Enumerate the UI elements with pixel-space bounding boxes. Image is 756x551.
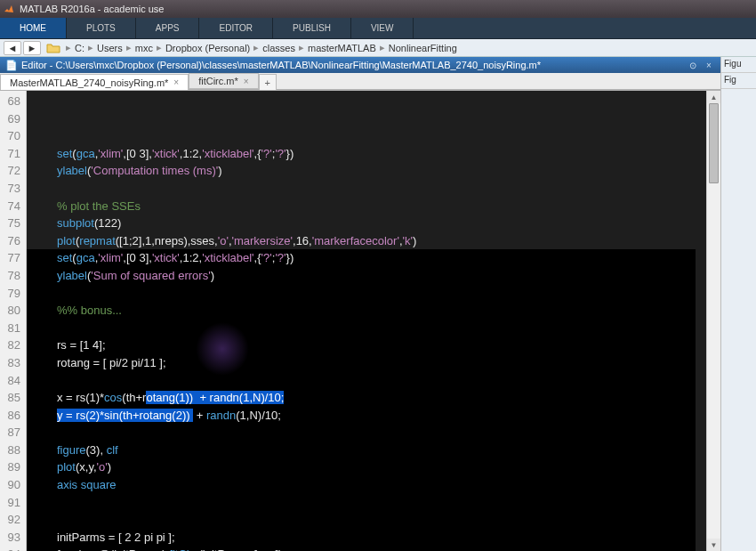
- folder-icon: [46, 42, 60, 54]
- maximize-icon: ⊙: [689, 61, 696, 70]
- toolstrip-tab-editor[interactable]: EDITOR: [199, 18, 273, 38]
- new-tab-button[interactable]: +: [259, 74, 277, 90]
- file-tab[interactable]: fitCirc.m* ×: [189, 73, 258, 89]
- scroll-down-button[interactable]: ▼: [707, 539, 720, 551]
- crumb-sep-icon: ▸: [378, 42, 387, 53]
- scroll-thumb[interactable]: [709, 103, 719, 183]
- breadcrumb[interactable]: classes: [261, 43, 297, 53]
- editor-file-tabs: MasterMATLAB_2740_noisyRing.m* × fitCirc…: [0, 73, 720, 91]
- toolstrip-tab-apps[interactable]: APPS: [136, 18, 200, 38]
- plus-icon: +: [264, 77, 269, 88]
- breadcrumb[interactable]: Dropbox (Personal): [164, 43, 252, 53]
- current-folder-bar: ◄ ► ▸ C: ▸ Users ▸ mxc ▸ Dropbox (Person…: [0, 39, 756, 57]
- breadcrumb[interactable]: masterMATLAB: [306, 43, 378, 53]
- toolstrip-tab-home[interactable]: HOME: [0, 18, 67, 38]
- arrow-right-icon: ►: [28, 43, 37, 53]
- close-icon[interactable]: ×: [244, 77, 249, 86]
- close-icon: ×: [706, 61, 712, 70]
- toolstrip-tab-view[interactable]: VIEW: [351, 18, 414, 38]
- file-tab-label: MasterMATLAB_2740_noisyRing.m*: [10, 77, 168, 88]
- arrow-down-icon: ▼: [711, 541, 718, 549]
- crumb-sep-icon: ▸: [125, 42, 133, 53]
- code-area[interactable]: set(gca,'xlim',[0 3],'xtick',1:2,'xtickl…: [27, 91, 706, 551]
- figures-panel-header[interactable]: Figu: [721, 57, 756, 73]
- code-editor[interactable]: 6869707172737475767778798081828384858687…: [0, 91, 720, 551]
- editor-title: Editor - C:\Users\mxc\Dropbox (Personal)…: [21, 60, 683, 70]
- toolstrip-tab-publish[interactable]: PUBLISH: [273, 18, 351, 38]
- arrow-left-icon: ◄: [8, 43, 18, 53]
- crumb-sep-icon: ▸: [155, 42, 164, 53]
- breadcrumb[interactable]: Users: [95, 43, 125, 53]
- window-title: MATLAB R2016a - academic use: [20, 4, 164, 14]
- matlab-logo-icon: [4, 4, 14, 14]
- toolstrip-tab-plots[interactable]: PLOTS: [67, 18, 136, 38]
- toolstrip: HOME PLOTS APPS EDITOR PUBLISH VIEW: [0, 18, 756, 39]
- breadcrumb[interactable]: C:: [73, 43, 86, 53]
- nav-back-button[interactable]: ◄: [4, 41, 21, 55]
- right-dock: Figu Fig: [720, 57, 756, 551]
- arrow-up-icon: ▲: [711, 93, 718, 101]
- crumb-sep-icon: ▸: [252, 42, 261, 53]
- vertical-scrollbar[interactable]: ▲ ▼: [706, 91, 720, 551]
- close-icon[interactable]: ×: [173, 77, 179, 87]
- file-tab-active[interactable]: MasterMATLAB_2740_noisyRing.m* ×: [0, 74, 189, 90]
- editor-close-button[interactable]: ×: [703, 59, 715, 71]
- file-tab-label: fitCirc.m*: [198, 76, 238, 86]
- figure-palette-header[interactable]: Fig: [721, 73, 756, 89]
- window-titlebar: MATLAB R2016a - academic use: [0, 0, 756, 18]
- editor-icon: 📄: [5, 60, 18, 71]
- editor-maximize-button[interactable]: ⊙: [687, 59, 699, 71]
- editor-window-header: 📄 Editor - C:\Users\mxc\Dropbox (Persona…: [0, 57, 720, 73]
- nav-fwd-button[interactable]: ►: [23, 41, 41, 55]
- breadcrumb[interactable]: mxc: [133, 43, 155, 53]
- breadcrumb[interactable]: NonlinearFitting: [387, 43, 459, 53]
- crumb-sep-icon: ▸: [64, 42, 73, 53]
- crumb-sep-icon: ▸: [297, 42, 306, 53]
- crumb-sep-icon: ▸: [86, 42, 95, 53]
- line-number-gutter: 6869707172737475767778798081828384858687…: [0, 91, 27, 551]
- scroll-up-button[interactable]: ▲: [707, 91, 720, 103]
